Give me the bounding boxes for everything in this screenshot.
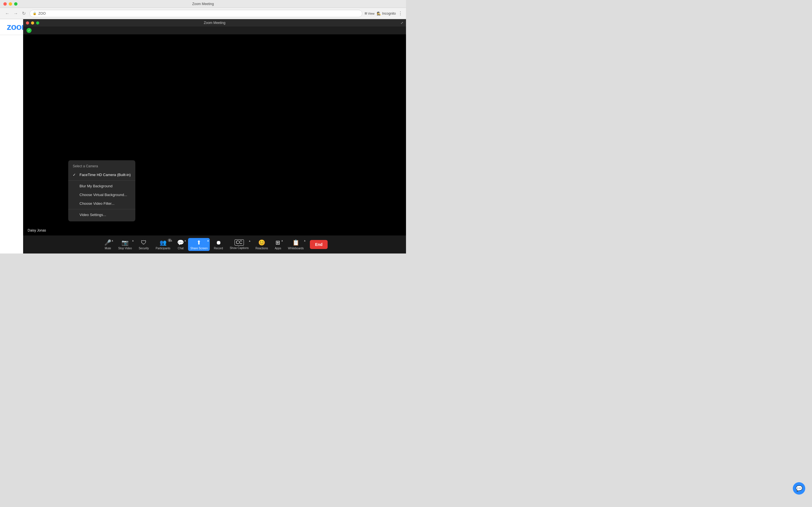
overlay-title-bar: Zoom Meeting ⤢ xyxy=(23,19,406,26)
microphone-icon: 🎤 xyxy=(104,239,111,246)
camera-option-blur-label: Blur My Background xyxy=(80,184,112,188)
camera-option-settings-label: Video Settings... xyxy=(80,213,106,217)
stop-video-button[interactable]: ▲ 📷 Stop Video xyxy=(115,238,135,251)
share-screen-label: Share Screen xyxy=(190,247,207,250)
forward-button[interactable]: → xyxy=(12,10,20,17)
camera-option-virtual-bg-label: Choose Virtual Background... xyxy=(80,193,127,197)
dropdown-header: Select a Camera xyxy=(68,163,135,170)
view-button[interactable]: ⊞ View xyxy=(364,11,375,15)
title-bar-buttons xyxy=(3,2,17,6)
camera-dropdown: Select a Camera ✓ FaceTime HD Camera (Bu… xyxy=(68,160,135,221)
chat-arrow-icon[interactable]: ▲ xyxy=(184,239,186,242)
back-button[interactable]: ← xyxy=(3,10,11,17)
reactions-button[interactable]: 😊 Reactions xyxy=(253,238,271,251)
zoom-meeting-overlay: Zoom Meeting ⤢ ✓ Select a Camera ✓ FaceT… xyxy=(23,19,406,253)
share-screen-icon: ⬆ xyxy=(197,239,201,246)
check-icon: ✓ xyxy=(73,173,77,177)
participant-name-badge: Daisy Jonas xyxy=(26,228,48,233)
overlay-minimize-button[interactable] xyxy=(31,21,34,24)
record-button[interactable]: ⏺ Record xyxy=(211,238,225,251)
video-arrow-icon[interactable]: ▲ xyxy=(132,239,134,242)
apps-icon: ⊞ xyxy=(275,239,280,246)
shield-icon: 🛡 xyxy=(141,239,147,246)
address-text: ZOO xyxy=(38,11,46,15)
show-captions-button[interactable]: ▲ CC Show Captions xyxy=(227,238,252,251)
apps-button[interactable]: ▲ ⊞ Apps xyxy=(272,238,284,251)
camera-option-video-filter[interactable]: Choose Video Filter... xyxy=(68,199,135,208)
dropdown-separator-2 xyxy=(68,209,135,209)
expand-icon[interactable]: ⤢ xyxy=(401,21,403,25)
lock-icon: 🔒 xyxy=(33,11,37,15)
captions-icon: CC xyxy=(235,239,244,245)
chat-label: Chat xyxy=(177,247,184,250)
share-arrow-icon[interactable]: ▲ xyxy=(207,239,209,242)
participants-icon: 👥 xyxy=(160,239,167,246)
maximize-button[interactable] xyxy=(14,2,17,6)
camera-icon: 📷 xyxy=(121,239,129,246)
minimize-button[interactable] xyxy=(9,2,12,6)
camera-option-virtual-bg[interactable]: Choose Virtual Background... xyxy=(68,190,135,199)
window-title: Zoom Meeting xyxy=(192,2,214,6)
camera-option-settings[interactable]: Video Settings... xyxy=(68,210,135,219)
more-button[interactable]: ⋮ xyxy=(398,11,403,16)
mute-button[interactable]: ▲ 🎤 Mute xyxy=(101,238,114,251)
show-captions-label: Show Captions xyxy=(230,246,249,249)
record-label: Record xyxy=(214,247,223,250)
apps-arrow-icon[interactable]: ▲ xyxy=(281,239,283,242)
chat-icon: 💬 xyxy=(177,239,184,246)
overlay-close-button[interactable] xyxy=(26,21,29,24)
mute-label: Mute xyxy=(105,247,111,250)
stop-video-label: Stop Video xyxy=(118,247,132,250)
whiteboards-arrow-icon[interactable]: ▲ xyxy=(303,239,306,242)
security-label: Security xyxy=(139,247,149,250)
overlay-tb-buttons xyxy=(26,21,39,24)
incognito-button[interactable]: 🕵 Incognito xyxy=(377,11,396,15)
captions-arrow-icon[interactable]: ▲ xyxy=(248,239,251,242)
record-icon: ⏺ xyxy=(216,239,221,246)
nav-right: ⊞ View 🕵 Incognito ⋮ xyxy=(364,11,403,16)
close-button[interactable] xyxy=(3,2,7,6)
camera-option-facetime[interactable]: ✓ FaceTime HD Camera (Built-in) xyxy=(68,170,135,179)
chat-button[interactable]: ▲ 💬 Chat xyxy=(174,238,187,251)
nav-arrows: ← → ↻ xyxy=(3,10,28,17)
incognito-icon: 🕵 xyxy=(377,11,381,15)
end-button[interactable]: End xyxy=(310,240,327,249)
apps-label: Apps xyxy=(274,247,281,250)
video-area: Select a Camera ✓ FaceTime HD Camera (Bu… xyxy=(23,34,406,235)
page-content: zoom Support English ▾ Zoom Meeting ⤢ xyxy=(0,19,406,253)
mute-arrow-icon[interactable]: ▲ xyxy=(111,239,114,242)
share-screen-button[interactable]: ▲ ⬆ Share Screen xyxy=(188,238,210,251)
participants-button[interactable]: ▲ 1 👥 Participants xyxy=(153,238,173,251)
camera-option-facetime-label: FaceTime HD Camera (Built-in) xyxy=(80,173,131,177)
security-button[interactable]: 🛡 Security xyxy=(136,238,152,251)
whiteboards-label: Whiteboards xyxy=(288,247,304,250)
overlay-maximize-button[interactable] xyxy=(36,21,39,24)
view-icon: ⊞ xyxy=(364,11,367,15)
whiteboards-button[interactable]: ▲ 📋 Whiteboards xyxy=(285,238,306,251)
nav-bar: ← → ↻ 🔒 ZOO ⊞ View 🕵 Incognito ⋮ xyxy=(0,8,406,19)
reload-button[interactable]: ↻ xyxy=(20,10,28,17)
meeting-toolbar: ▲ 🎤 Mute ▲ 📷 Stop Video 🛡 Security xyxy=(23,235,406,253)
participants-label: Participants xyxy=(156,247,170,250)
address-bar[interactable]: 🔒 ZOO xyxy=(30,10,362,17)
reactions-label: Reactions xyxy=(255,247,268,250)
camera-option-video-filter-label: Choose Video Filter... xyxy=(80,202,114,206)
whiteboards-icon: 📋 xyxy=(292,239,299,246)
camera-option-blur[interactable]: Blur My Background xyxy=(68,182,135,190)
browser-window: Zoom Meeting ← → ↻ 🔒 ZOO ⊞ View 🕵 Incogn… xyxy=(0,0,406,253)
security-badge: ✓ xyxy=(27,28,32,33)
overlay-title: Zoom Meeting xyxy=(204,21,225,25)
title-bar: Zoom Meeting xyxy=(0,0,406,8)
reactions-icon: 😊 xyxy=(258,239,265,246)
overlay-security-row: ✓ xyxy=(23,26,406,34)
